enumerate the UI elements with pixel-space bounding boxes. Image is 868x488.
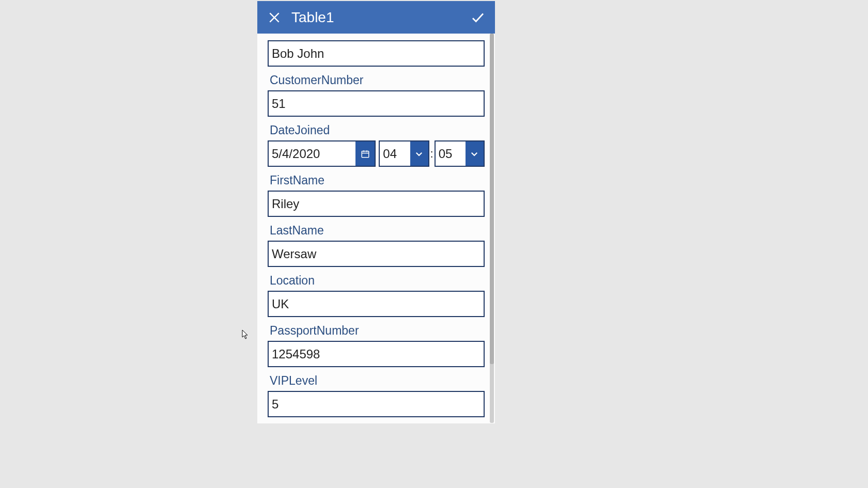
hour-value: 04 xyxy=(380,141,410,166)
field-passport-number: PassportNumber xyxy=(268,324,485,367)
form-header: Table1 xyxy=(257,1,495,34)
customer-number-input[interactable] xyxy=(268,90,485,117)
check-icon xyxy=(470,10,486,25)
date-value: 5/4/2020 xyxy=(269,141,355,166)
date-picker[interactable]: 5/4/2020 xyxy=(268,140,376,167)
date-picker-button[interactable] xyxy=(355,141,375,166)
scrollbar-thumb[interactable] xyxy=(490,34,494,364)
first-name-label: FirstName xyxy=(270,174,485,187)
customer-number-label: CustomerNumber xyxy=(270,73,485,87)
date-joined-label: DateJoined xyxy=(270,123,485,137)
first-name-input[interactable] xyxy=(268,191,485,217)
field-customer-number: CustomerNumber xyxy=(268,73,485,117)
minute-dropdown[interactable]: 05 xyxy=(435,140,485,167)
form-panel: Table1 CustomerNumber DateJoined 5/4/202… xyxy=(257,1,495,423)
time-separator: : xyxy=(430,147,433,161)
hour-dropdown[interactable]: 04 xyxy=(379,140,429,167)
passport-number-label: PassportNumber xyxy=(270,324,485,338)
name-input[interactable] xyxy=(268,40,485,67)
field-location: Location xyxy=(268,274,485,317)
submit-button[interactable] xyxy=(468,8,488,27)
date-joined-row: 5/4/2020 04 xyxy=(268,140,485,167)
chevron-down-icon xyxy=(414,149,424,159)
mouse-cursor-icon xyxy=(242,329,249,340)
field-date-joined: DateJoined 5/4/2020 xyxy=(268,123,485,167)
chevron-down-icon xyxy=(470,149,479,159)
last-name-input[interactable] xyxy=(268,241,485,267)
field-name-clipped xyxy=(268,40,485,67)
passport-number-input[interactable] xyxy=(268,341,485,367)
minute-dropdown-button[interactable] xyxy=(466,141,484,166)
field-first-name: FirstName xyxy=(268,174,485,217)
vip-level-input[interactable] xyxy=(268,391,485,417)
location-label: Location xyxy=(270,274,485,288)
location-input[interactable] xyxy=(268,291,485,317)
page-background: Table1 CustomerNumber DateJoined 5/4/202… xyxy=(0,0,868,488)
calendar-icon xyxy=(361,149,370,159)
field-vip-level: VIPLevel xyxy=(268,374,485,417)
hour-dropdown-button[interactable] xyxy=(410,141,428,166)
field-last-name: LastName xyxy=(268,224,485,267)
form-body: CustomerNumber DateJoined 5/4/2020 xyxy=(257,40,495,417)
svg-rect-2 xyxy=(362,151,369,157)
last-name-label: LastName xyxy=(270,224,485,238)
close-button[interactable] xyxy=(265,8,284,27)
form-title: Table1 xyxy=(291,9,468,26)
vip-level-label: VIPLevel xyxy=(270,374,485,388)
close-icon xyxy=(268,11,281,24)
scrollbar-track[interactable] xyxy=(490,34,494,423)
minute-value: 05 xyxy=(436,141,466,166)
